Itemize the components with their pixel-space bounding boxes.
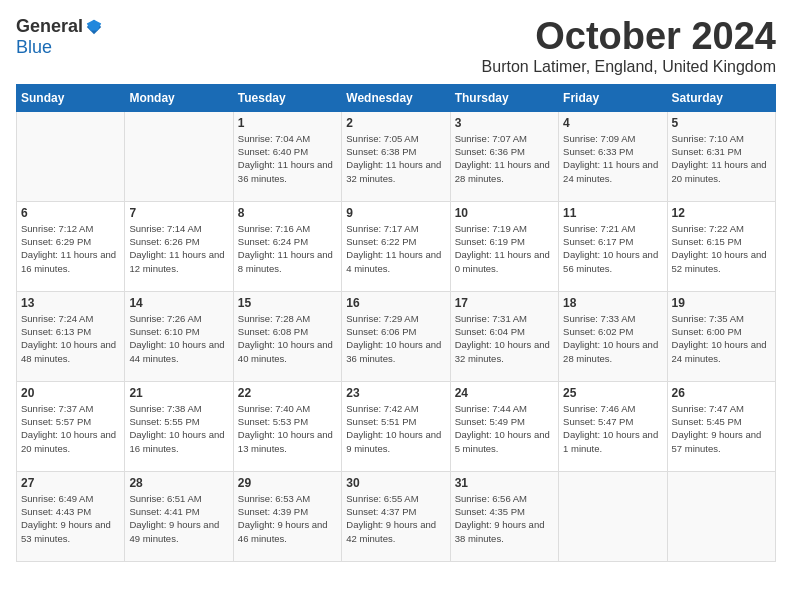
day-info: Sunrise: 6:55 AM Sunset: 4:37 PM Dayligh… <box>346 492 445 545</box>
calendar-cell: 21Sunrise: 7:38 AM Sunset: 5:55 PM Dayli… <box>125 381 233 471</box>
day-number: 23 <box>346 386 445 400</box>
day-info: Sunrise: 7:07 AM Sunset: 6:36 PM Dayligh… <box>455 132 554 185</box>
day-info: Sunrise: 6:51 AM Sunset: 4:41 PM Dayligh… <box>129 492 228 545</box>
day-number: 6 <box>21 206 120 220</box>
calendar-cell: 17Sunrise: 7:31 AM Sunset: 6:04 PM Dayli… <box>450 291 558 381</box>
day-info: Sunrise: 7:42 AM Sunset: 5:51 PM Dayligh… <box>346 402 445 455</box>
calendar-cell: 24Sunrise: 7:44 AM Sunset: 5:49 PM Dayli… <box>450 381 558 471</box>
calendar-cell: 27Sunrise: 6:49 AM Sunset: 4:43 PM Dayli… <box>17 471 125 561</box>
calendar-cell: 22Sunrise: 7:40 AM Sunset: 5:53 PM Dayli… <box>233 381 341 471</box>
day-info: Sunrise: 7:16 AM Sunset: 6:24 PM Dayligh… <box>238 222 337 275</box>
day-info: Sunrise: 7:26 AM Sunset: 6:10 PM Dayligh… <box>129 312 228 365</box>
weekday-header: Wednesday <box>342 84 450 111</box>
calendar-cell: 8Sunrise: 7:16 AM Sunset: 6:24 PM Daylig… <box>233 201 341 291</box>
day-number: 30 <box>346 476 445 490</box>
calendar-cell <box>125 111 233 201</box>
day-info: Sunrise: 7:09 AM Sunset: 6:33 PM Dayligh… <box>563 132 662 185</box>
day-number: 13 <box>21 296 120 310</box>
calendar-cell: 1Sunrise: 7:04 AM Sunset: 6:40 PM Daylig… <box>233 111 341 201</box>
day-number: 27 <box>21 476 120 490</box>
calendar-cell: 3Sunrise: 7:07 AM Sunset: 6:36 PM Daylig… <box>450 111 558 201</box>
logo-blue: Blue <box>16 37 52 58</box>
calendar-cell: 6Sunrise: 7:12 AM Sunset: 6:29 PM Daylig… <box>17 201 125 291</box>
day-number: 5 <box>672 116 771 130</box>
day-number: 8 <box>238 206 337 220</box>
calendar-cell: 7Sunrise: 7:14 AM Sunset: 6:26 PM Daylig… <box>125 201 233 291</box>
calendar-cell: 4Sunrise: 7:09 AM Sunset: 6:33 PM Daylig… <box>559 111 667 201</box>
calendar-cell <box>667 471 775 561</box>
calendar-cell: 20Sunrise: 7:37 AM Sunset: 5:57 PM Dayli… <box>17 381 125 471</box>
calendar-cell: 13Sunrise: 7:24 AM Sunset: 6:13 PM Dayli… <box>17 291 125 381</box>
day-number: 11 <box>563 206 662 220</box>
calendar-cell: 29Sunrise: 6:53 AM Sunset: 4:39 PM Dayli… <box>233 471 341 561</box>
day-number: 1 <box>238 116 337 130</box>
calendar-cell <box>17 111 125 201</box>
calendar-cell: 10Sunrise: 7:19 AM Sunset: 6:19 PM Dayli… <box>450 201 558 291</box>
calendar-cell: 25Sunrise: 7:46 AM Sunset: 5:47 PM Dayli… <box>559 381 667 471</box>
calendar-cell <box>559 471 667 561</box>
day-info: Sunrise: 6:53 AM Sunset: 4:39 PM Dayligh… <box>238 492 337 545</box>
day-number: 10 <box>455 206 554 220</box>
day-number: 24 <box>455 386 554 400</box>
calendar-cell: 16Sunrise: 7:29 AM Sunset: 6:06 PM Dayli… <box>342 291 450 381</box>
day-number: 9 <box>346 206 445 220</box>
day-info: Sunrise: 7:31 AM Sunset: 6:04 PM Dayligh… <box>455 312 554 365</box>
calendar-cell: 30Sunrise: 6:55 AM Sunset: 4:37 PM Dayli… <box>342 471 450 561</box>
day-info: Sunrise: 7:22 AM Sunset: 6:15 PM Dayligh… <box>672 222 771 275</box>
day-number: 22 <box>238 386 337 400</box>
calendar-week-row: 6Sunrise: 7:12 AM Sunset: 6:29 PM Daylig… <box>17 201 776 291</box>
day-info: Sunrise: 7:10 AM Sunset: 6:31 PM Dayligh… <box>672 132 771 185</box>
day-number: 7 <box>129 206 228 220</box>
calendar-cell: 12Sunrise: 7:22 AM Sunset: 6:15 PM Dayli… <box>667 201 775 291</box>
day-number: 19 <box>672 296 771 310</box>
day-info: Sunrise: 7:19 AM Sunset: 6:19 PM Dayligh… <box>455 222 554 275</box>
day-info: Sunrise: 7:21 AM Sunset: 6:17 PM Dayligh… <box>563 222 662 275</box>
weekday-header: Thursday <box>450 84 558 111</box>
weekday-header: Friday <box>559 84 667 111</box>
day-number: 29 <box>238 476 337 490</box>
day-info: Sunrise: 6:49 AM Sunset: 4:43 PM Dayligh… <box>21 492 120 545</box>
weekday-header: Tuesday <box>233 84 341 111</box>
day-number: 21 <box>129 386 228 400</box>
header-row: SundayMondayTuesdayWednesdayThursdayFrid… <box>17 84 776 111</box>
calendar-cell: 11Sunrise: 7:21 AM Sunset: 6:17 PM Dayli… <box>559 201 667 291</box>
calendar-cell: 9Sunrise: 7:17 AM Sunset: 6:22 PM Daylig… <box>342 201 450 291</box>
logo-general: General <box>16 16 83 37</box>
month-title: October 2024 <box>482 16 776 58</box>
day-number: 17 <box>455 296 554 310</box>
day-info: Sunrise: 7:29 AM Sunset: 6:06 PM Dayligh… <box>346 312 445 365</box>
day-info: Sunrise: 7:14 AM Sunset: 6:26 PM Dayligh… <box>129 222 228 275</box>
weekday-header: Sunday <box>17 84 125 111</box>
calendar-cell: 15Sunrise: 7:28 AM Sunset: 6:08 PM Dayli… <box>233 291 341 381</box>
day-info: Sunrise: 7:33 AM Sunset: 6:02 PM Dayligh… <box>563 312 662 365</box>
day-number: 31 <box>455 476 554 490</box>
day-number: 20 <box>21 386 120 400</box>
day-number: 28 <box>129 476 228 490</box>
day-info: Sunrise: 7:44 AM Sunset: 5:49 PM Dayligh… <box>455 402 554 455</box>
calendar-week-row: 1Sunrise: 7:04 AM Sunset: 6:40 PM Daylig… <box>17 111 776 201</box>
calendar-cell: 23Sunrise: 7:42 AM Sunset: 5:51 PM Dayli… <box>342 381 450 471</box>
calendar-table: SundayMondayTuesdayWednesdayThursdayFrid… <box>16 84 776 562</box>
day-number: 26 <box>672 386 771 400</box>
calendar-cell: 26Sunrise: 7:47 AM Sunset: 5:45 PM Dayli… <box>667 381 775 471</box>
day-info: Sunrise: 7:38 AM Sunset: 5:55 PM Dayligh… <box>129 402 228 455</box>
day-number: 3 <box>455 116 554 130</box>
calendar-cell: 28Sunrise: 6:51 AM Sunset: 4:41 PM Dayli… <box>125 471 233 561</box>
calendar-week-row: 13Sunrise: 7:24 AM Sunset: 6:13 PM Dayli… <box>17 291 776 381</box>
day-info: Sunrise: 7:47 AM Sunset: 5:45 PM Dayligh… <box>672 402 771 455</box>
day-number: 2 <box>346 116 445 130</box>
location-title: Burton Latimer, England, United Kingdom <box>482 58 776 76</box>
logo-icon <box>85 18 103 36</box>
calendar-cell: 5Sunrise: 7:10 AM Sunset: 6:31 PM Daylig… <box>667 111 775 201</box>
calendar-cell: 14Sunrise: 7:26 AM Sunset: 6:10 PM Dayli… <box>125 291 233 381</box>
day-number: 25 <box>563 386 662 400</box>
day-number: 15 <box>238 296 337 310</box>
day-info: Sunrise: 7:46 AM Sunset: 5:47 PM Dayligh… <box>563 402 662 455</box>
title-area: October 2024 Burton Latimer, England, Un… <box>482 16 776 76</box>
calendar-cell: 31Sunrise: 6:56 AM Sunset: 4:35 PM Dayli… <box>450 471 558 561</box>
calendar-cell: 19Sunrise: 7:35 AM Sunset: 6:00 PM Dayli… <box>667 291 775 381</box>
day-number: 4 <box>563 116 662 130</box>
day-info: Sunrise: 7:24 AM Sunset: 6:13 PM Dayligh… <box>21 312 120 365</box>
day-info: Sunrise: 7:17 AM Sunset: 6:22 PM Dayligh… <box>346 222 445 275</box>
calendar-week-row: 20Sunrise: 7:37 AM Sunset: 5:57 PM Dayli… <box>17 381 776 471</box>
